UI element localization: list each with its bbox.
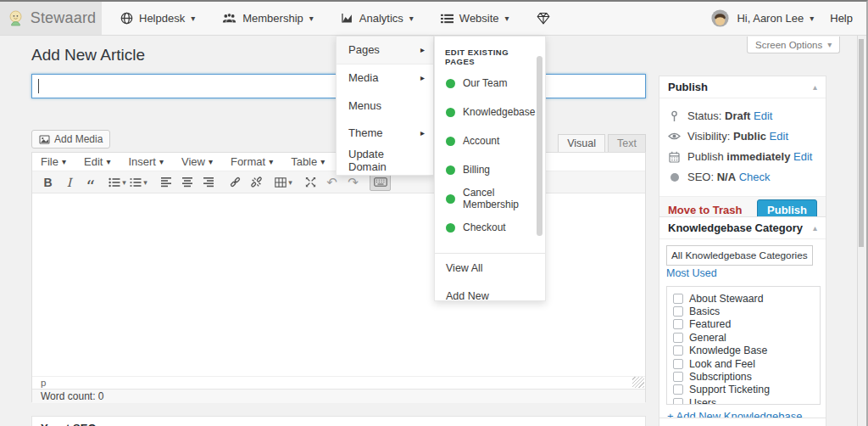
table-icon[interactable]: ▾ — [273, 172, 294, 192]
menu-item-theme[interactable]: Theme ▸ — [337, 120, 433, 148]
page-title: Add New Article — [31, 46, 145, 64]
menu-item-menus[interactable]: Menus — [337, 92, 433, 120]
editor-resize-handle[interactable] — [632, 377, 644, 388]
category-checkbox[interactable] — [673, 372, 683, 382]
word-count-text: Word count: 0 — [41, 390, 103, 402]
menu-format[interactable]: Format▾ — [231, 155, 273, 168]
nav-label: Membership — [242, 12, 303, 25]
upgrade-gem-button[interactable] — [537, 12, 550, 25]
scrollbar-thumb[interactable] — [859, 39, 864, 247]
menu-item-pages[interactable]: Pages ▸ — [337, 36, 433, 64]
move-to-trash-link[interactable]: Move to Trash — [668, 204, 742, 216]
analytics-icon — [341, 13, 353, 24]
category-checkbox[interactable] — [673, 306, 683, 317]
submenu-header: EDIT EXISTING PAGES — [435, 36, 545, 69]
nav-item-website[interactable]: Website ▾ — [441, 12, 509, 25]
page-item-checkout[interactable]: Checkout — [435, 213, 545, 242]
category-checkbox[interactable] — [673, 359, 683, 369]
page-item-account[interactable]: Account — [435, 126, 545, 155]
add-media-button[interactable]: Add Media — [31, 130, 110, 149]
menu-insert[interactable]: Insert▾ — [128, 155, 164, 168]
greeting-text: Hi, Aaron Lee — [737, 12, 804, 25]
menu-table[interactable]: Table▾ — [291, 155, 325, 168]
view-all-link[interactable]: View All — [435, 254, 545, 282]
page-item-cancel-membership[interactable]: Cancel Membership — [435, 184, 545, 213]
editor-mode-tabs: Visual Text — [558, 134, 646, 152]
word-count-bar: Word count: 0 — [32, 389, 645, 403]
category-checkbox[interactable] — [673, 345, 683, 356]
chevron-down-icon: ▾ — [191, 14, 195, 23]
menu-view[interactable]: View▾ — [181, 155, 213, 168]
window-scrollbar[interactable] — [857, 36, 865, 426]
kb-panel-title: Knowledgebase Category — [668, 221, 803, 234]
nav-label: Helpdesk — [139, 12, 185, 25]
page-item-knowledgebase[interactable]: Knowledgebase — [435, 98, 545, 126]
brand-logo[interactable]: Stewaard — [0, 2, 102, 35]
tab-visual[interactable]: Visual — [558, 134, 605, 152]
chevron-down-icon: ▾ — [505, 14, 509, 23]
status-dot-icon — [446, 223, 455, 233]
category-checkbox[interactable] — [673, 384, 683, 395]
editor-content-area[interactable] — [32, 193, 645, 376]
chevron-down-icon: ▾ — [106, 158, 110, 166]
unlink-icon[interactable] — [246, 172, 267, 192]
status-dot-icon — [446, 194, 455, 204]
seo-check-link[interactable]: Check — [739, 171, 771, 183]
edit-visibility-link[interactable]: Edit — [770, 130, 788, 143]
tab-most-used[interactable]: Most Used — [666, 267, 717, 279]
avatar[interactable] — [711, 9, 729, 27]
italic-icon[interactable]: I — [58, 172, 80, 192]
menu-file[interactable]: File▾ — [41, 155, 66, 168]
category-checkbox[interactable] — [673, 333, 683, 343]
category-checkbox[interactable] — [673, 294, 683, 304]
blockquote-icon[interactable]: “ — [80, 172, 101, 192]
editor-element-path: p — [32, 376, 645, 389]
align-left-icon[interactable] — [155, 172, 176, 192]
page-item-our-team[interactable]: Our Team — [435, 69, 545, 98]
status-row: Status: Draft Edit — [668, 109, 817, 122]
collapse-arrow-icon[interactable]: ▴ — [813, 223, 817, 233]
fullscreen-icon[interactable] — [300, 172, 321, 192]
status-dot-icon — [446, 137, 455, 146]
chevron-down-icon: ▾ — [288, 178, 292, 187]
screen-options-button[interactable]: Screen Options ▾ — [747, 36, 840, 53]
stewaard-mascot-icon — [6, 8, 26, 29]
help-link[interactable]: Help — [830, 12, 853, 25]
helpdesk-icon — [120, 12, 133, 25]
align-right-icon[interactable] — [198, 172, 219, 192]
publish-panel-title: Publish — [668, 81, 708, 93]
tab-all-categories[interactable]: All Knowledgebase Categories — [666, 245, 813, 266]
chevron-down-icon: ▾ — [320, 158, 325, 166]
menu-item-update-domain[interactable]: Update Domain — [337, 147, 433, 175]
category-checklist: About Stewaard Basics Featured General K… — [666, 286, 821, 405]
edit-schedule-link[interactable]: Edit — [793, 150, 812, 163]
link-icon[interactable] — [225, 172, 246, 192]
yoast-seo-panel: Yoast SEO ▴ — [31, 416, 646, 426]
gem-icon — [537, 12, 550, 25]
website-dropdown-menu: Pages ▸ Media ▸ Menus Theme ▸ Update Dom… — [336, 36, 434, 176]
nav-item-membership[interactable]: Membership ▾ — [222, 12, 314, 25]
page-item-billing[interactable]: Billing — [435, 155, 545, 184]
add-new-page-link[interactable]: Add New — [435, 282, 545, 310]
nav-item-analytics[interactable]: Analytics ▾ — [341, 12, 414, 25]
category-row: Subscriptions — [673, 370, 820, 383]
collapse-arrow-icon[interactable]: ▴ — [813, 82, 817, 92]
submenu-scrollbar[interactable] — [537, 56, 542, 236]
numbered-list-icon[interactable]: ▾ — [128, 172, 149, 192]
keyboard-shortcuts-icon[interactable] — [370, 173, 391, 191]
bold-icon[interactable]: B — [37, 172, 58, 192]
tab-text[interactable]: Text — [608, 134, 646, 152]
menu-edit[interactable]: Edit▾ — [84, 155, 110, 168]
account-menu[interactable]: Hi, Aaron Lee ▾ — [737, 12, 814, 25]
path-text: p — [41, 378, 46, 388]
category-row: About Stewaard — [673, 292, 820, 305]
editor-frame: File▾ Edit▾ Insert▾ View▾ Format▾ Table▾… — [31, 152, 646, 402]
category-checkbox[interactable] — [673, 319, 683, 329]
category-checkbox[interactable] — [673, 398, 683, 405]
align-center-icon[interactable] — [176, 172, 198, 192]
edit-status-link[interactable]: Edit — [754, 109, 772, 122]
website-icon — [441, 14, 453, 24]
bullet-list-icon[interactable]: ▾ — [107, 172, 128, 192]
nav-item-helpdesk[interactable]: Helpdesk ▾ — [120, 12, 195, 25]
menu-item-media[interactable]: Media ▸ — [337, 64, 433, 92]
